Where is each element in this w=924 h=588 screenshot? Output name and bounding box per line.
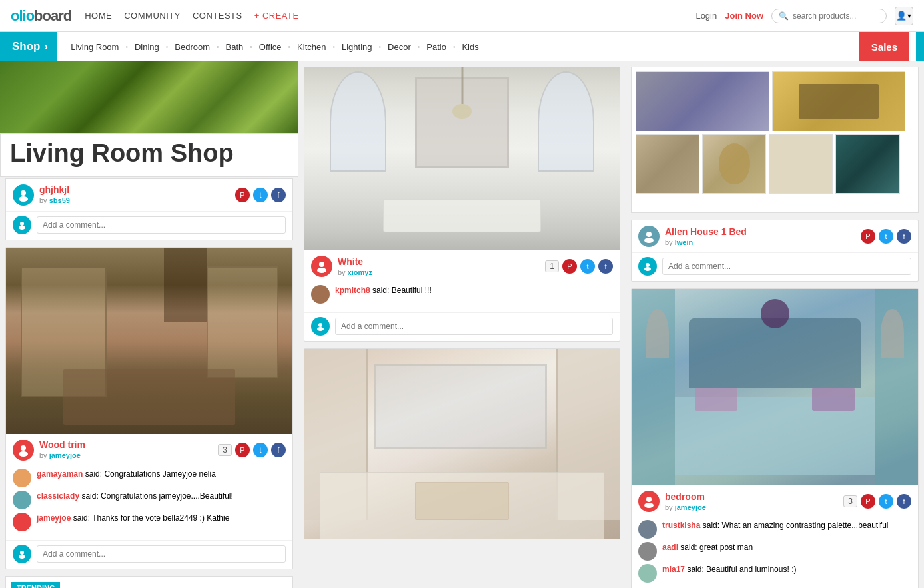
nav-contests[interactable]: CONTESTS bbox=[193, 11, 242, 21]
wood-trim-count: 3 bbox=[218, 444, 232, 456]
allen-twitter[interactable]: t bbox=[879, 229, 893, 244]
shop-nav-items: Living Room • Dining • Bedroom • Bath • … bbox=[57, 32, 916, 61]
shop-sales-button[interactable]: Sales bbox=[859, 32, 909, 61]
wood-trim-image bbox=[6, 248, 292, 434]
allen-pinterest[interactable]: P bbox=[861, 229, 875, 244]
twitter-button[interactable]: t bbox=[253, 188, 268, 202]
user-icon: 👤 bbox=[896, 11, 907, 21]
bedroom-pinterest[interactable]: P bbox=[861, 494, 875, 509]
allen-facebook[interactable]: f bbox=[897, 229, 911, 244]
facebook-button[interactable]: f bbox=[271, 188, 286, 202]
ghjhkjl-author-link[interactable]: sbs59 bbox=[49, 196, 70, 204]
shop-label[interactable]: Shop › bbox=[8, 32, 57, 61]
product-thumb-5[interactable] bbox=[769, 134, 833, 194]
allen-house-meta: Allen House 1 Bed by lwein P t f bbox=[632, 220, 918, 252]
svg-point-1 bbox=[19, 196, 28, 202]
logo[interactable]: olioboard bbox=[11, 7, 71, 25]
search-input[interactable] bbox=[793, 11, 879, 21]
classiclady-text: classiclady said: Congratulations jameyj… bbox=[37, 491, 286, 502]
shop-item-office[interactable]: Office bbox=[252, 32, 288, 61]
shop-item-bath[interactable]: Bath bbox=[219, 32, 250, 61]
ghjhkjl-by: by sbs59 bbox=[39, 196, 70, 204]
white-comment-input-row bbox=[304, 312, 620, 341]
shop-item-bedroom[interactable]: Bedroom bbox=[168, 32, 217, 61]
ghjhkjl-comment-input[interactable] bbox=[37, 216, 286, 234]
classiclady-link[interactable]: classiclady bbox=[37, 491, 79, 501]
living-room-title: Living Room Shop bbox=[10, 141, 288, 167]
right-column: Allen House 1 Bed by lwein P t f bbox=[626, 61, 924, 588]
wood-trim-comments: gamayaman said: Congratulations Jameyjoe… bbox=[6, 466, 292, 540]
product-thumb-6[interactable] bbox=[835, 134, 899, 194]
white-twitter[interactable]: t bbox=[580, 259, 595, 274]
shop-item-lighting[interactable]: Lighting bbox=[335, 32, 379, 61]
nav-right: Login Join Now 🔍 👤 ▼ bbox=[695, 7, 913, 25]
bedroom-card-title[interactable]: bedroom bbox=[665, 491, 705, 502]
shop-item-decor[interactable]: Decor bbox=[381, 32, 418, 61]
join-now-button[interactable]: Join Now bbox=[725, 11, 763, 21]
top-navigation: olioboard HOME COMMUNITY CONTESTS + CREA… bbox=[0, 0, 924, 32]
white-card: White by xiomyz 1 P t f kpmitch8 said: B… bbox=[304, 67, 620, 342]
white-facebook[interactable]: f bbox=[598, 259, 613, 274]
shop-text: Shop bbox=[12, 40, 41, 53]
wood-trim-comment-avatar bbox=[13, 545, 31, 563]
white-comment-input[interactable] bbox=[335, 318, 613, 335]
shop-item-dining[interactable]: Dining bbox=[128, 32, 166, 61]
trustkisha-link[interactable]: trustkisha bbox=[662, 521, 700, 530]
ghjhkjl-title[interactable]: ghjhkjl bbox=[39, 184, 69, 195]
search-icon: 🔍 bbox=[779, 11, 789, 21]
bedroom-card-author-link[interactable]: jameyjoe bbox=[675, 503, 706, 511]
product-thumb-4[interactable] bbox=[702, 134, 766, 194]
product-thumb-1[interactable] bbox=[636, 71, 769, 131]
svg-point-17 bbox=[644, 503, 654, 508]
white-pinterest[interactable]: P bbox=[562, 259, 577, 274]
wood-trim-author-link[interactable]: jameyjoe bbox=[49, 451, 81, 459]
ghjhkjl-card: ghjhkjl by sbs59 P t f bbox=[5, 178, 293, 240]
aadi-link[interactable]: aadi bbox=[662, 543, 678, 552]
center-column: White by xiomyz 1 P t f kpmitch8 said: B… bbox=[298, 61, 626, 588]
bedroom-comments: trustkisha said: What an amazing contras… bbox=[632, 517, 918, 588]
kpmitch8-link[interactable]: kpmitch8 bbox=[335, 286, 370, 295]
comment-gamayaman: gamayaman said: Congratulations Jameyjoe… bbox=[13, 469, 286, 487]
bedroom-twitter[interactable]: t bbox=[879, 494, 893, 509]
shop-item-kitchen[interactable]: Kitchen bbox=[290, 32, 332, 61]
wood-trim-meta: Wood trim by jameyjoe 3 P t f bbox=[6, 434, 292, 466]
svg-point-14 bbox=[646, 263, 650, 267]
svg-point-13 bbox=[644, 238, 654, 243]
shop-item-kids[interactable]: Kids bbox=[455, 32, 485, 61]
nav-community[interactable]: COMMUNITY bbox=[124, 11, 181, 21]
white-card-count: 1 bbox=[545, 260, 559, 272]
user-avatar-dropdown[interactable]: 👤 ▼ bbox=[895, 7, 913, 25]
shop-item-living-room[interactable]: Living Room bbox=[64, 32, 125, 61]
comment-mia17: mia17 said: Beautiful and luminous! :) bbox=[638, 564, 911, 583]
mia17-avatar bbox=[638, 564, 657, 583]
allen-products-grid bbox=[631, 67, 919, 213]
wood-trim-title[interactable]: Wood trim bbox=[39, 440, 85, 450]
product-thumb-2[interactable] bbox=[772, 71, 906, 131]
pinterest-button[interactable]: P bbox=[235, 188, 250, 202]
wood-trim-comment-input[interactable] bbox=[37, 545, 286, 563]
wood-trim-pinterest[interactable]: P bbox=[235, 443, 250, 457]
nav-links: HOME COMMUNITY CONTESTS + CREATE bbox=[85, 11, 298, 21]
white-card-by: by xiomyz bbox=[338, 268, 372, 276]
bedroom-facebook[interactable]: f bbox=[897, 494, 911, 509]
white-card-author-link[interactable]: xiomyz bbox=[348, 268, 372, 276]
wood-trim-twitter[interactable]: t bbox=[253, 443, 268, 457]
nav-create[interactable]: + CREATE bbox=[254, 11, 299, 21]
allen-comment-input[interactable] bbox=[662, 258, 911, 275]
product-thumb-3[interactable] bbox=[636, 134, 699, 194]
allen-house-author-link[interactable]: lwein bbox=[675, 238, 693, 246]
svg-point-5 bbox=[19, 451, 28, 457]
login-link[interactable]: Login bbox=[695, 11, 717, 21]
white-card-actions: 1 P t f bbox=[545, 259, 613, 274]
nav-home[interactable]: HOME bbox=[85, 11, 112, 21]
white-card-title[interactable]: White bbox=[338, 256, 363, 267]
allen-house-title[interactable]: Allen House 1 Bed bbox=[665, 226, 747, 237]
comment-trustkisha: trustkisha said: What an amazing contras… bbox=[638, 520, 911, 539]
wood-trim-facebook[interactable]: f bbox=[271, 443, 286, 457]
shop-item-patio[interactable]: Patio bbox=[420, 32, 453, 61]
mia17-link[interactable]: mia17 bbox=[662, 565, 685, 574]
white-comment-avatar bbox=[311, 317, 330, 336]
gamayaman-link[interactable]: gamayaman bbox=[37, 469, 83, 479]
allen-house-card: Allen House 1 Bed by lwein P t f bbox=[631, 220, 919, 282]
jameyjoe-link[interactable]: jameyjoe bbox=[37, 513, 71, 523]
